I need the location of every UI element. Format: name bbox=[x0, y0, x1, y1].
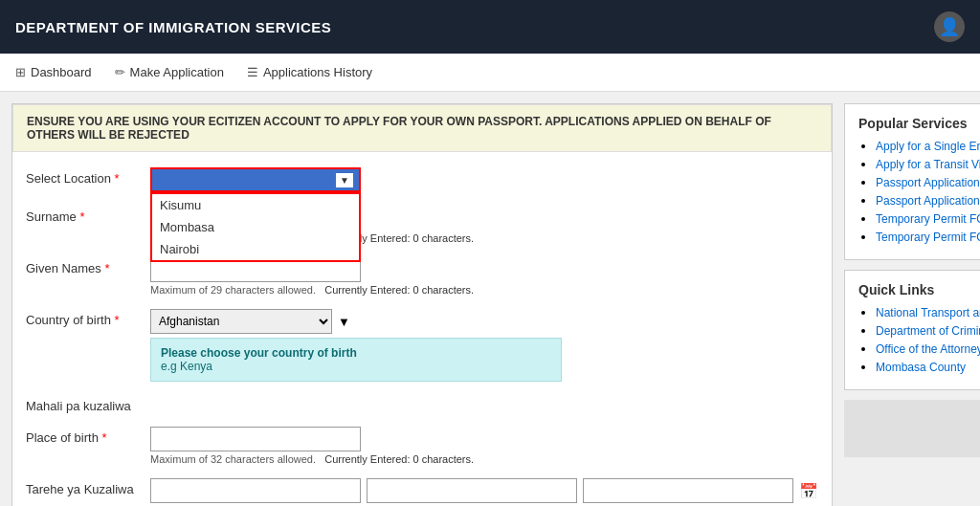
country-birth-label: Country of birth * bbox=[26, 309, 150, 327]
surname-row: Surname * Maximum of 20 characters allow… bbox=[26, 206, 818, 244]
dropdown-arrow-icon: ▼ bbox=[336, 173, 353, 187]
place-birth-label: Place of birth * bbox=[26, 427, 150, 445]
popular-services-title: Popular Services bbox=[858, 116, 980, 131]
nav-make-application-label: Make Application bbox=[130, 65, 224, 79]
list-item: Passport Application Form for ADULT bbox=[876, 175, 980, 189]
list-item: Department of Criminal Investigation bbox=[876, 323, 980, 338]
required-marker: * bbox=[115, 171, 120, 186]
tarehe-month-input[interactable] bbox=[367, 478, 577, 503]
main-layout: ENSURE YOU ARE USING YOUR ECITIZEN ACCOU… bbox=[0, 92, 980, 506]
location-option-mombasa[interactable]: Mombasa bbox=[152, 216, 359, 238]
nav-bar: ⊞ Dashboard ✏ Make Application ☰ Applica… bbox=[0, 54, 980, 92]
country-hint: Please choose your country of birth e.g … bbox=[150, 338, 562, 382]
quick-link-0[interactable]: National Transport and Safety Authority bbox=[876, 306, 980, 319]
form-section: ENSURE YOU ARE USING YOUR ECITIZEN ACCOU… bbox=[11, 103, 833, 506]
mahali-row: Mahali pa kuzaliwa bbox=[26, 395, 818, 413]
header-title: DEPARTMENT OF IMMIGRATION SERVICES bbox=[15, 19, 331, 35]
surname-label: Surname * bbox=[26, 206, 150, 224]
given-names-field: Maximum of 29 characters allowed. Curren… bbox=[150, 257, 818, 296]
popular-service-link-1[interactable]: Apply for a Transit Visa bbox=[876, 158, 980, 171]
sidebar: Popular Services Apply for a Single Entr… bbox=[844, 103, 980, 506]
popular-services-panel: Popular Services Apply for a Single Entr… bbox=[844, 103, 980, 260]
place-birth-field: Maximum of 32 characters allowed. Curren… bbox=[150, 427, 818, 465]
popular-service-link-4[interactable]: Temporary Permit FOR ADULT bbox=[876, 212, 980, 226]
list-item: Temporary Permit FOR ADULT bbox=[876, 211, 980, 226]
popular-service-link-3[interactable]: Passport Application Form for CHILDREN bbox=[876, 194, 980, 208]
country-birth-select[interactable]: Afghanistan bbox=[150, 309, 332, 334]
tarehe-year-input[interactable] bbox=[583, 478, 793, 503]
popular-service-link-2[interactable]: Passport Application Form for ADULT bbox=[876, 176, 980, 189]
popular-service-link-0[interactable]: Apply for a Single Entry Visa bbox=[876, 140, 980, 153]
dashboard-icon: ⊞ bbox=[15, 65, 26, 79]
select-location-row: Select Location * ▼ Kisumu Mombasa Nairo… bbox=[26, 167, 818, 192]
select-location-label: Select Location * bbox=[26, 167, 150, 186]
location-dropdown-wrapper: ▼ Kisumu Mombasa Nairobi bbox=[150, 167, 361, 192]
country-select-wrapper: Afghanistan ▼ bbox=[150, 309, 818, 334]
quick-link-3[interactable]: Mombasa County bbox=[876, 361, 966, 374]
tarehe-day-input[interactable] bbox=[150, 478, 361, 503]
list-item: Apply for a Single Entry Visa bbox=[876, 139, 980, 153]
list-item: Temporary Permit FOR CHILDREN bbox=[876, 230, 980, 244]
location-dropdown[interactable]: ▼ bbox=[150, 167, 361, 192]
place-birth-input[interactable] bbox=[150, 427, 361, 451]
nav-dashboard-label: Dashboard bbox=[31, 65, 92, 79]
quick-links-panel: Quick Links National Transport and Safet… bbox=[844, 270, 980, 390]
quick-links-list: National Transport and Safety Authority … bbox=[858, 305, 980, 374]
nav-applications-history[interactable]: ☰ Applications History bbox=[247, 57, 372, 87]
tarehe-inputs: 📅 bbox=[150, 478, 818, 503]
tarehe-row: Tarehe ya Kuzaliwa 📅 bbox=[26, 478, 818, 503]
alert-banner: ENSURE YOU ARE USING YOUR ECITIZEN ACCOU… bbox=[12, 104, 832, 152]
select-location-field: ▼ Kisumu Mombasa Nairobi bbox=[150, 167, 818, 192]
given-names-hint: Maximum of 29 characters allowed. Curren… bbox=[150, 284, 818, 296]
sidebar-gray-area bbox=[844, 400, 980, 457]
mahali-label: Mahali pa kuzaliwa bbox=[26, 395, 150, 413]
popular-service-link-5[interactable]: Temporary Permit FOR CHILDREN bbox=[876, 231, 980, 244]
tarehe-field: 📅 bbox=[150, 478, 818, 503]
list-item: National Transport and Safety Authority bbox=[876, 305, 980, 319]
list-icon: ☰ bbox=[247, 65, 258, 79]
alert-text: ENSURE YOU ARE USING YOUR ECITIZEN ACCOU… bbox=[27, 115, 771, 142]
list-item: Apply for a Transit Visa bbox=[876, 157, 980, 171]
quick-links-title: Quick Links bbox=[858, 282, 980, 297]
form-body: Select Location * ▼ Kisumu Mombasa Nairo… bbox=[12, 152, 832, 506]
list-item: Mombasa County bbox=[876, 360, 980, 374]
pencil-icon: ✏ bbox=[115, 65, 125, 79]
nav-make-application[interactable]: ✏ Make Application bbox=[115, 57, 224, 87]
place-birth-row: Place of birth * Maximum of 32 character… bbox=[26, 427, 818, 465]
nav-dashboard[interactable]: ⊞ Dashboard bbox=[15, 57, 92, 87]
quick-link-1[interactable]: Department of Criminal Investigation bbox=[876, 324, 980, 338]
location-option-nairobi[interactable]: Nairobi bbox=[152, 238, 359, 260]
given-names-row: Given Names * Maximum of 29 characters a… bbox=[26, 257, 818, 296]
country-birth-field: Afghanistan ▼ Please choose your country… bbox=[150, 309, 818, 382]
header: DEPARTMENT OF IMMIGRATION SERVICES 👤 bbox=[0, 0, 980, 54]
avatar[interactable]: 👤 bbox=[934, 11, 965, 42]
location-option-kisumu[interactable]: Kisumu bbox=[152, 194, 359, 216]
country-birth-row: Country of birth * Afghanistan ▼ Please … bbox=[26, 309, 818, 382]
quick-link-2[interactable]: Office of the Attorney General bbox=[876, 342, 980, 356]
tarehe-label: Tarehe ya Kuzaliwa bbox=[26, 478, 150, 496]
nav-applications-history-label: Applications History bbox=[263, 65, 372, 79]
place-birth-hint: Maximum of 32 characters allowed. Curren… bbox=[150, 453, 818, 465]
list-item: Office of the Attorney General bbox=[876, 341, 980, 356]
list-item: Passport Application Form for CHILDREN bbox=[876, 193, 980, 208]
calendar-icon[interactable]: 📅 bbox=[799, 482, 818, 500]
location-dropdown-list: Kisumu Mombasa Nairobi bbox=[150, 192, 361, 262]
given-names-label: Given Names * bbox=[26, 257, 150, 275]
popular-services-list: Apply for a Single Entry Visa Apply for … bbox=[858, 139, 980, 244]
